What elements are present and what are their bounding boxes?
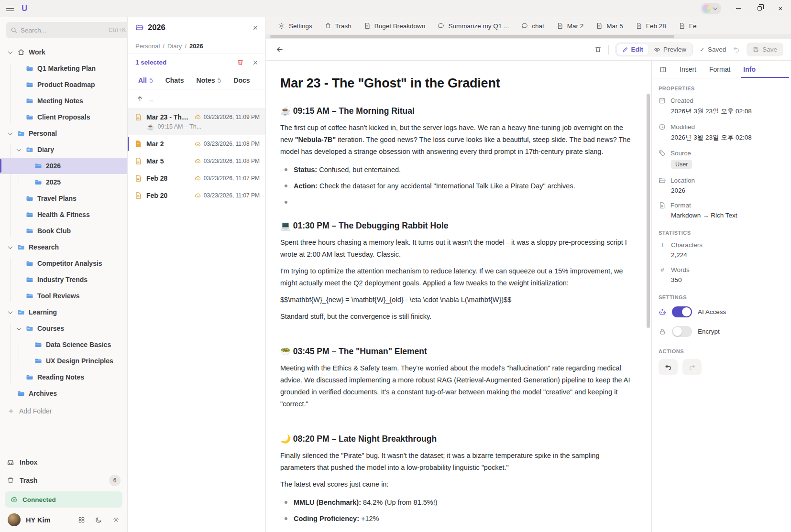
undo-icon[interactable] [733,46,740,53]
sidebar-item-data-science-basics[interactable]: Data Science Basics [0,337,127,353]
folder-tree: Work Q1 Marketing Plan Product Roadmap M… [0,41,127,402]
tab-chats[interactable]: Chats [165,76,184,84]
redo-action-button[interactable] [682,359,702,375]
doc-tab-settings[interactable]: Settings [272,17,319,34]
doc-tab-chat[interactable]: chat [515,17,550,34]
sidebar-item-inbox[interactable]: Inbox [0,453,127,471]
gear-icon[interactable] [112,516,120,523]
sidebar-item-courses[interactable]: Courses [0,320,127,337]
moon-icon[interactable] [95,516,102,523]
list-item-feb20[interactable]: Feb 20 03/23/2026, 11:07 PM [128,187,265,204]
add-folder-button[interactable]: Add Folder [0,402,127,415]
panel-toggle-icon[interactable] [659,66,667,73]
sidebar-item-reading-notes[interactable]: Reading Notes [0,369,127,385]
encrypt-toggle[interactable] [672,326,692,337]
go-up-row[interactable]: .. [128,89,265,109]
clear-selection-icon[interactable] [252,59,259,66]
note-editor[interactable]: Mar 23 - The "Ghost" in the Gradient ☕ 0… [266,61,645,532]
breadcrumb-personal[interactable]: Personal [135,43,160,50]
save-button[interactable]: Save [747,43,783,56]
sidebar-item-competitor-analysis[interactable]: Competitor Analysis [0,255,127,271]
tab-notes[interactable]: Notes5 [197,76,221,84]
doc-tab-summarize[interactable]: Summarize my Q1 ... [431,17,515,34]
back-icon[interactable] [275,45,284,54]
delete-selected-icon[interactable] [237,59,244,66]
sidebar-item-work[interactable]: Work [0,44,127,60]
paragraph: I'm trying to optimize the attention mec… [280,265,633,289]
sidebar-item-client-proposals[interactable]: Client Proposals [0,109,127,125]
chevron-down-icon[interactable] [7,309,13,315]
grid-icon[interactable] [78,516,85,523]
doc-tab-buget-breakdown[interactable]: Buget Breakdown [358,17,432,34]
chat-icon [438,22,444,29]
sidebar-item-research[interactable]: Research [0,239,127,255]
sidebar-item-2025[interactable]: 2025 [0,174,127,190]
tab-insert[interactable]: Insert [680,65,696,73]
close-panel-icon[interactable] [252,24,259,31]
account-menu[interactable] [701,3,721,14]
tab-format[interactable]: Format [709,65,730,73]
doc-tab-feb20[interactable]: Fe [672,17,703,34]
user-row: HY Kim [0,510,127,528]
chevron-down-icon[interactable] [15,146,22,153]
sidebar-item-q1-marketing-plan[interactable]: Q1 Marketing Plan [0,60,127,76]
undo-action-button[interactable] [659,359,678,375]
hamburger-menu-icon[interactable] [6,6,14,11]
sidebar-item-archives[interactable]: Archives [0,385,127,402]
breadcrumb-diary[interactable]: Diary [167,43,182,50]
search-input[interactable] [21,27,105,34]
editor-scrollbar[interactable] [645,61,651,532]
sync-status[interactable]: Connected [5,491,122,508]
sidebar-item-personal[interactable]: Personal [0,125,127,141]
chevron-down-icon[interactable] [7,130,13,137]
sidebar-item-2026[interactable]: 2026 [0,158,127,174]
section-heading-debugging: 💻 01:30 PM – The Debugging Rabbit Hole [280,221,633,231]
sidebar-item-industry-trends[interactable]: Industry Trends [0,271,127,288]
sidebar-item-product-roadmap[interactable]: Product Roadmap [0,76,127,93]
list-item-mar2[interactable]: Mar 2 03/23/2026, 11:08 PM [128,135,265,152]
list-item-mar5[interactable]: Mar 5 03/23/2026, 11:08 PM [128,152,265,170]
preview-mode-button[interactable]: Preview [648,44,692,55]
breadcrumb-2026[interactable]: 2026 [189,43,203,50]
sidebar-item-travel-plans[interactable]: Travel Plans [0,190,127,206]
settings-section-label: SETTINGS [652,287,791,302]
ai-access-setting: AI Access [652,302,791,322]
actions-section-label: ACTIONS [652,341,791,356]
sidebar-item-book-club[interactable]: Book Club [0,223,127,239]
list-item-mar23[interactable]: Mar 23 - The "... 03/23/2026, 11:09 PM ☕… [128,109,265,135]
avatar[interactable] [8,513,21,526]
sidebar-item-diary[interactable]: Diary [0,141,127,158]
sidebar-item-tool-reviews[interactable]: Tool Reviews [0,288,127,304]
chevron-down-icon[interactable] [7,49,13,55]
edit-mode-button[interactable]: Edit [617,44,649,55]
list-item-feb28[interactable]: Feb 28 03/23/2026, 11:07 PM [128,170,265,187]
cloud-sync-icon [195,158,201,164]
delete-note-icon[interactable] [594,46,602,53]
sidebar-item-meeting-notes[interactable]: Meeting Notes [0,93,127,109]
editor-scrollbar-thumb[interactable] [647,94,650,328]
sidebar: Ctrl+K Work Q1 Marketing Plan Product Ro… [0,17,128,532]
folder-icon [26,65,33,72]
chevron-down-icon[interactable] [7,244,13,250]
doc-tab-mar5[interactable]: Mar 5 [590,17,629,34]
tab-scrollbar[interactable] [266,34,791,39]
search-box[interactable]: Ctrl+K [6,22,131,38]
eye-icon [654,46,660,53]
minimize-button[interactable] [728,0,749,17]
tab-docs[interactable]: Docs [233,76,250,84]
tab-info[interactable]: Info [743,65,756,73]
sidebar-item-learning[interactable]: Learning [0,304,127,320]
doc-tab-mar2[interactable]: Mar 2 [550,17,590,34]
chevron-down-icon[interactable] [15,325,22,332]
doc-tab-trash[interactable]: Trash [319,17,358,34]
close-button[interactable]: × [770,0,791,17]
list-item: Coding Proficiency: +12% [280,513,633,524]
maximize-button[interactable] [749,0,770,17]
tab-scrollbar-thumb[interactable] [270,35,674,38]
doc-tab-feb28[interactable]: Feb 28 [629,17,672,34]
tab-all[interactable]: All5 [138,76,153,84]
sidebar-item-ux-design-principles[interactable]: UX Design Principles [0,353,127,369]
ai-access-toggle[interactable] [672,306,692,317]
sidebar-item-trash[interactable]: Trash 6 [0,471,127,489]
sidebar-item-health-fitness[interactable]: Health & Fitness [0,206,127,223]
